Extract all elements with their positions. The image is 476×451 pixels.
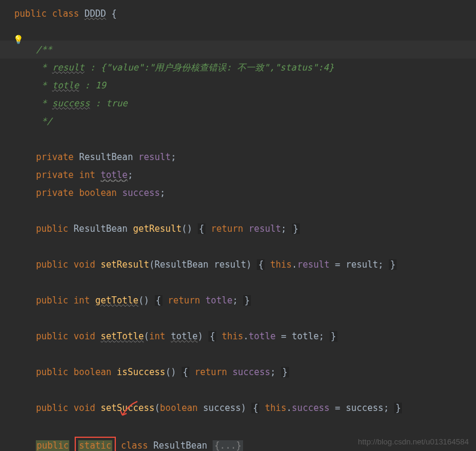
dot: .	[243, 331, 248, 342]
code-line	[0, 381, 476, 399]
code-line: * totle : 19	[0, 76, 476, 94]
method-name: setSuccess	[101, 403, 155, 413]
comment-value: true	[106, 98, 128, 109]
code-line	[0, 345, 476, 363]
semicolon: ;	[319, 331, 324, 342]
code-line: public void setSuccess(boolean success) …	[0, 399, 476, 417]
brace: {	[208, 331, 216, 342]
code-line: private ResultBean result;	[0, 148, 476, 166]
brace: {	[182, 367, 189, 378]
val: result	[346, 259, 378, 270]
code-line	[0, 309, 476, 327]
brace: }	[292, 223, 300, 234]
code-line: /**	[0, 41, 476, 59]
comment: :	[90, 98, 106, 109]
class-name: DDDD	[84, 8, 106, 19]
method-name: setTotle	[101, 331, 144, 342]
code-line: * success : true	[0, 94, 476, 112]
code-line: public void setTotle(int totle) { this.t…	[0, 327, 476, 345]
type: int	[149, 331, 165, 342]
code-line: * result : {"value":"用户身份核查错误: 不一致","sta…	[0, 59, 476, 76]
paren: (	[149, 259, 155, 270]
keyword-static: static	[78, 440, 112, 451]
keyword-private: private	[36, 170, 73, 180]
keyword-void: void	[73, 259, 95, 270]
dot: .	[287, 403, 292, 413]
type: ResultBean	[155, 259, 208, 270]
keyword-public: public	[14, 8, 47, 19]
semicolon: ;	[160, 188, 165, 198]
keyword-public: public	[36, 295, 68, 306]
keyword-boolean: boolean	[79, 188, 116, 198]
semicolon: ;	[383, 403, 389, 413]
code-editor[interactable]: public class DDDD { /** * result : {"val…	[0, 0, 476, 451]
val: success	[346, 403, 383, 413]
param: totle	[171, 331, 198, 342]
comment-key: success	[52, 98, 90, 109]
keyword-public: public	[36, 367, 68, 378]
eq: =	[330, 403, 346, 413]
field: success	[292, 403, 330, 413]
keyword-private: private	[36, 152, 73, 162]
semicolon: ;	[232, 295, 238, 306]
comment: *	[36, 80, 52, 91]
code-line	[0, 238, 476, 256]
fold-marker[interactable]: {...}	[213, 440, 243, 451]
semicolon: ;	[171, 152, 176, 162]
class-name: ResultBean	[153, 440, 207, 451]
params: ()	[139, 295, 149, 306]
brace: {	[257, 259, 265, 270]
code-line	[0, 130, 476, 148]
keyword-public: public	[36, 440, 69, 451]
brace: }	[389, 259, 397, 270]
brace: }	[330, 331, 337, 342]
brace: }	[243, 295, 251, 306]
paren: )	[246, 259, 251, 270]
keyword-public: public	[36, 223, 68, 234]
code-line	[0, 274, 476, 292]
method-name: getTotle	[95, 295, 138, 306]
code-line: */	[0, 112, 476, 130]
var: success	[232, 367, 270, 378]
comment-key: result	[52, 62, 84, 73]
params: ()	[182, 223, 192, 234]
keyword-return: return	[195, 367, 227, 378]
field: totle	[248, 331, 275, 342]
code-line: public int getTotle() { return totle; }	[0, 292, 476, 309]
dot: .	[292, 259, 297, 270]
params: ()	[165, 367, 176, 378]
comment: *	[36, 62, 52, 73]
code-line: public void setResult(ResultBean result)…	[0, 256, 476, 274]
keyword-public: public	[36, 259, 68, 270]
keyword-this: this	[270, 259, 291, 270]
code-line	[0, 23, 476, 41]
brace: {	[106, 8, 117, 19]
keyword-return: return	[211, 223, 243, 234]
eq: =	[330, 259, 346, 270]
code-line: private boolean success;	[0, 184, 476, 202]
brace: }	[281, 367, 289, 378]
keyword-void: void	[73, 403, 95, 413]
paren: (	[144, 331, 149, 342]
paren: )	[198, 331, 203, 342]
comment: /**	[36, 44, 52, 55]
semicolon: ;	[378, 259, 383, 270]
comment: :	[79, 80, 95, 91]
val: totle	[292, 331, 319, 342]
lightbulb-icon[interactable]: 💡	[13, 35, 23, 44]
type: boolean	[160, 403, 198, 413]
method-name: setResult	[101, 259, 149, 270]
semicolon: ;	[128, 170, 133, 180]
semicolon: ;	[281, 223, 287, 234]
code-line	[0, 417, 476, 435]
comment-value: 19	[95, 80, 106, 91]
keyword-boolean: boolean	[73, 367, 111, 378]
var: totle	[205, 295, 232, 306]
param: result	[214, 259, 246, 270]
keyword-private: private	[36, 188, 73, 198]
param: success	[203, 403, 241, 413]
keyword-class: class	[52, 8, 79, 19]
brace: {	[251, 403, 259, 413]
eq: =	[276, 331, 292, 342]
keyword-this: this	[222, 331, 243, 342]
